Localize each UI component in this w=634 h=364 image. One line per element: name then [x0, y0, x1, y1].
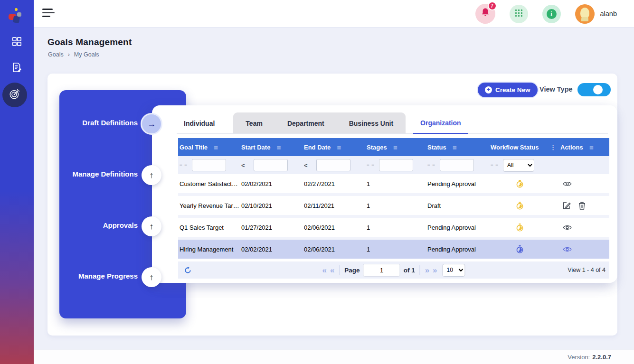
filter-status-input[interactable] — [440, 159, 474, 171]
cell-stages: 1 — [365, 180, 426, 187]
grid-filter-row: = = < < = = = = = = All — [178, 156, 609, 174]
view-icon[interactable] — [563, 181, 572, 187]
col-end-date: End Date — [304, 144, 331, 151]
breadcrumb-separator: › — [68, 51, 70, 58]
page-number-input[interactable] — [363, 264, 400, 277]
page-of-label: of 1 — [404, 267, 415, 274]
col-goal-title: Goal Title — [180, 144, 208, 151]
filter-end-date-input[interactable] — [316, 159, 350, 171]
version-label: Version: — [568, 354, 590, 361]
user-menu[interactable]: alanb — [575, 4, 617, 24]
apps-grid-icon — [514, 9, 523, 19]
breadcrumb-goals[interactable]: Goals — [48, 51, 64, 58]
column-menu-icon[interactable]: ≡ — [393, 143, 397, 151]
page-label: Page — [344, 267, 360, 274]
view-icon[interactable] — [563, 224, 572, 231]
filter-op-equals[interactable]: = = — [367, 163, 379, 168]
cell-goal-title: Q1 Sales Target — [178, 224, 240, 231]
column-menu-icon[interactable]: ≡ — [214, 143, 218, 151]
prev-page-button[interactable]: « — [330, 266, 334, 274]
cell-status: Draft — [426, 202, 489, 209]
cell-end-date: 02/27/2021 — [303, 180, 365, 187]
goals-tab-card: Individual Team Department Business Unit… — [152, 105, 617, 283]
notifications-button[interactable]: 7 — [475, 4, 495, 24]
page-title: Goals Management — [47, 37, 132, 47]
filter-op-equals[interactable]: = = — [180, 163, 192, 168]
info-icon: i — [547, 9, 557, 19]
menu-toggle-icon[interactable] — [42, 9, 56, 19]
delete-icon[interactable] — [578, 202, 586, 210]
table-row[interactable]: Yearly Revenue Tar… 02/10/2021 02/11/202… — [178, 196, 609, 215]
column-menu-icon[interactable]: ≡ — [589, 143, 594, 151]
apps-button[interactable] — [510, 5, 528, 23]
breadcrumb: Goals › My Goals — [48, 51, 99, 58]
app-logo[interactable] — [0, 4, 34, 25]
tab-individual[interactable]: Individual — [177, 112, 222, 134]
tab-team[interactable]: Team — [233, 112, 275, 134]
first-page-button[interactable]: « — [322, 266, 326, 274]
refresh-icon[interactable] — [184, 267, 191, 274]
view-type-label: View Type — [539, 85, 573, 93]
pagination-summary: View 1 - 4 of 4 — [568, 267, 606, 273]
document-pencil-icon — [11, 62, 23, 73]
info-button[interactable]: i — [542, 5, 561, 23]
cell-goal-title: Yearly Revenue Tar… — [178, 202, 240, 209]
create-new-button[interactable]: + Create New — [478, 83, 538, 97]
column-divider-icon: ⋮ — [550, 144, 556, 151]
tab-group: Team Department Business Unit — [233, 112, 406, 134]
column-menu-icon[interactable]: ≡ — [276, 143, 281, 151]
stopwatch-icon — [516, 202, 523, 210]
filter-op-equals[interactable]: = = — [491, 163, 503, 168]
cell-start-date: 02/02/2021 — [240, 180, 303, 187]
tab-organization[interactable]: Organization — [413, 112, 468, 134]
page-size-select[interactable]: 10 — [443, 264, 465, 277]
cell-goal-title: Hiring Management — [178, 246, 240, 253]
grid-body: Customer Satisfact… 02/02/2021 02/27/202… — [178, 174, 609, 259]
step-draft-definitions-button[interactable]: → — [141, 113, 162, 135]
next-page-button[interactable]: » — [425, 266, 429, 274]
cell-status: Pending Approval — [426, 224, 489, 231]
sidebar-item-dashboard[interactable] — [0, 36, 34, 47]
cell-stages: 1 — [365, 224, 426, 231]
plus-icon: + — [485, 86, 492, 93]
view-type-toggle[interactable] — [577, 83, 611, 96]
view-icon[interactable] — [563, 246, 572, 252]
filter-op-less-than[interactable]: < — [241, 162, 254, 169]
cell-start-date: 01/27/2021 — [240, 224, 303, 231]
col-stages: Stages — [367, 144, 387, 151]
cell-end-date: 02/06/2021 — [303, 246, 365, 253]
topbar: 7 i alanb — [34, 0, 634, 28]
sidebar-item-goals[interactable] — [2, 83, 27, 107]
cell-stages: 1 — [365, 202, 426, 209]
col-start-date: Start Date — [241, 144, 270, 151]
table-row[interactable]: Customer Satisfact… 02/02/2021 02/27/202… — [178, 174, 609, 193]
filter-stages-input[interactable] — [379, 159, 413, 171]
tab-business-unit[interactable]: Business Unit — [337, 112, 406, 134]
filter-workflow-status-select[interactable]: All — [503, 159, 534, 172]
last-page-button[interactable]: » — [433, 266, 437, 274]
step-manage-definitions-button[interactable]: ↑ — [142, 165, 161, 185]
column-menu-icon[interactable]: ≡ — [337, 143, 341, 151]
column-menu-icon[interactable]: ≡ — [453, 143, 457, 151]
table-row[interactable]: Q1 Sales Target 01/27/2021 02/06/2021 1 … — [178, 218, 609, 237]
filter-goal-title-input[interactable] — [192, 159, 226, 171]
table-row-selected[interactable]: Hiring Management 02/02/2021 02/06/2021 … — [178, 240, 609, 259]
goals-card: + Create New View Type Draft Definitions… — [47, 74, 617, 336]
version-value: 2.2.0.7 — [592, 354, 611, 361]
cell-goal-title: Customer Satisfact… — [178, 180, 240, 187]
edit-icon[interactable] — [563, 202, 571, 210]
main-content: Goals Management Goals › My Goals + Crea… — [34, 28, 634, 349]
grid-header: Goal Title≡ Start Date≡ End Date≡ Stages… — [178, 138, 609, 156]
sidebar-item-definitions[interactable] — [0, 62, 34, 73]
step-manage-progress-button[interactable]: ↑ — [142, 267, 161, 287]
tab-department[interactable]: Department — [275, 112, 337, 134]
filter-op-equals[interactable]: = = — [427, 163, 440, 168]
filter-start-date-input[interactable] — [254, 159, 288, 171]
col-actions: Actions — [560, 144, 583, 151]
filter-op-less-than[interactable]: < — [304, 162, 316, 169]
user-name: alanb — [600, 10, 617, 18]
breadcrumb-my-goals: My Goals — [74, 51, 99, 58]
pager-divider — [339, 265, 340, 275]
cell-status: Pending Approval — [426, 246, 489, 253]
step-approvals-button[interactable]: ↑ — [142, 216, 161, 236]
